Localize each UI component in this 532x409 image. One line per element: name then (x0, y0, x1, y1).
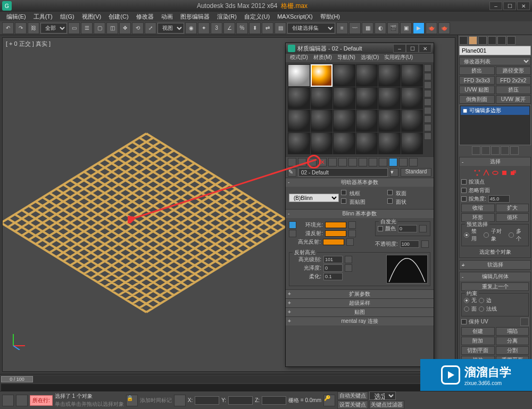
material-editor-titlebar[interactable]: 材质编辑器 - 02 - Default – ☐ ✕ (286, 43, 434, 54)
self-illum-color-checkbox[interactable] (378, 226, 383, 231)
mat-menu-material[interactable]: 材质(M) (311, 54, 334, 62)
gloss-spinner[interactable] (323, 264, 343, 272)
mat-id-icon[interactable] (424, 132, 431, 140)
attach-button[interactable]: 附加 (461, 337, 495, 345)
collapse-button[interactable]: 塌陷 (496, 327, 529, 336)
pivot-icon[interactable]: ◉ (185, 22, 197, 34)
stack-item-editable-poly[interactable]: ◼可编辑多边形 (461, 106, 529, 115)
select-icon[interactable]: ▭ (68, 22, 80, 34)
material-slot[interactable] (311, 87, 333, 110)
material-slot[interactable] (356, 110, 378, 132)
teapot-icon[interactable]: 🫖 (426, 22, 437, 34)
utilities-tab-icon[interactable] (507, 36, 516, 45)
constrain-normal-radio[interactable] (479, 306, 484, 312)
soft-selection-header[interactable]: +软选择 (460, 261, 530, 269)
move-icon[interactable]: ✥ (119, 22, 131, 34)
window-maximize-button[interactable]: ☐ (503, 2, 516, 10)
mat-menu-options[interactable]: 选项(O) (359, 54, 381, 62)
material-slot[interactable] (401, 64, 423, 87)
window-close-button[interactable]: ✕ (517, 2, 530, 10)
material-slot[interactable] (401, 132, 423, 155)
material-slot[interactable] (333, 110, 355, 132)
x-coord-input[interactable] (195, 396, 219, 405)
show-end-icon[interactable] (481, 146, 490, 155)
modifier-btn-uvwunwrap[interactable]: UVW 展开 (496, 95, 531, 104)
two-sided-checkbox[interactable] (387, 190, 393, 195)
material-type-button[interactable]: Standard (401, 168, 431, 177)
material-slot[interactable] (333, 132, 355, 155)
motion-tab-icon[interactable] (488, 36, 496, 45)
track-selection-icon[interactable] (16, 395, 28, 406)
material-slot[interactable] (311, 110, 333, 132)
scale-icon[interactable]: ⤢ (145, 22, 156, 34)
mat-effects-icon[interactable] (359, 158, 367, 166)
navigator-icon[interactable] (409, 158, 418, 166)
snap-icon[interactable]: 3 (211, 22, 222, 34)
preview-off-radio[interactable] (464, 232, 469, 238)
render-icon[interactable]: ▶ (413, 22, 425, 34)
create-tab-icon[interactable] (459, 36, 468, 45)
material-editor-icon[interactable]: ◐ (375, 22, 386, 34)
self-illum-spinner[interactable] (398, 225, 417, 232)
facemap-checkbox[interactable] (341, 198, 346, 204)
manip-icon[interactable]: ✦ (198, 22, 210, 34)
object-name-input[interactable] (459, 46, 531, 55)
edit-geometry-header[interactable]: 编辑几何体 (460, 272, 530, 281)
faceted-checkbox[interactable] (387, 198, 393, 204)
modifier-btn-ffd2[interactable]: FFD 2x2x2 (496, 76, 531, 85)
menu-create[interactable]: 创建(C) (105, 12, 131, 21)
modifier-stack[interactable]: ◼可编辑多边形 (459, 105, 531, 145)
select-region-icon[interactable]: ▢ (94, 22, 105, 34)
assign-to-selection-icon[interactable] (308, 158, 317, 166)
modifier-btn-bevelprof[interactable]: 倒角剖面 (459, 95, 495, 104)
rotate-icon[interactable]: ⟲ (132, 22, 144, 34)
material-slot[interactable] (378, 110, 401, 132)
auto-key-button[interactable]: 自动关键点 (337, 391, 368, 400)
by-vertex-checkbox[interactable] (461, 179, 467, 185)
video-color-icon[interactable] (424, 98, 431, 106)
pin-stack-icon[interactable] (472, 146, 480, 155)
make-copy-icon[interactable] (328, 158, 337, 166)
spinner-snap-icon[interactable]: ⬍ (249, 22, 261, 34)
material-slot[interactable] (356, 64, 378, 87)
selection-rollout-header[interactable]: 选择 (460, 157, 530, 166)
menu-help[interactable]: 帮助(H) (317, 12, 343, 21)
material-slot[interactable] (288, 110, 310, 132)
by-angle-checkbox[interactable] (461, 196, 467, 202)
preserve-uv-checkbox[interactable] (461, 319, 467, 324)
make-preview-icon[interactable] (424, 107, 431, 114)
constrain-none-radio[interactable] (464, 298, 469, 303)
shader-params-header[interactable]: 明暗器基本参数 (286, 178, 434, 187)
detach-button[interactable]: 分离 (496, 337, 529, 345)
material-slot-2-selected[interactable] (311, 64, 333, 87)
get-material-icon[interactable] (288, 158, 296, 166)
material-slot[interactable] (401, 87, 423, 110)
preview-subobj-radio[interactable] (484, 232, 489, 238)
material-slot[interactable] (333, 87, 355, 110)
material-slot[interactable] (288, 132, 310, 155)
show-map-icon[interactable] (379, 158, 387, 166)
angle-snap-icon[interactable]: ∠ (223, 22, 235, 34)
redo-icon[interactable]: ↷ (15, 22, 27, 34)
spec-level-spinner[interactable] (323, 256, 343, 263)
material-slot[interactable] (378, 87, 401, 110)
ambient-swatch[interactable] (325, 222, 346, 228)
split-button[interactable]: 分割 (496, 346, 529, 355)
set-key-button[interactable]: 设置关键点 (337, 400, 368, 409)
material-editor-min-button[interactable]: – (393, 44, 406, 53)
time-ruler[interactable] (1, 384, 456, 391)
lock-ambient-icon[interactable] (289, 221, 296, 229)
window-crossing-icon[interactable]: ◫ (106, 22, 118, 34)
z-coord-input[interactable] (262, 396, 286, 405)
border-subobj-icon[interactable] (492, 169, 499, 177)
ignore-backface-checkbox[interactable] (461, 188, 467, 193)
render-setup-icon[interactable]: 🎬 (387, 22, 399, 34)
diffuse-map-button[interactable] (348, 230, 356, 237)
loop-button[interactable]: 循环 (496, 213, 529, 222)
menu-edit[interactable]: 编辑(E) (3, 12, 29, 21)
select-name-icon[interactable]: ☰ (81, 22, 93, 34)
specular-map-button[interactable] (346, 238, 354, 246)
put-to-scene-icon[interactable] (298, 158, 306, 166)
modifier-list-dropdown[interactable]: 修改器列表 (459, 57, 531, 65)
ref-coord-dropdown[interactable]: 视图 (157, 23, 184, 34)
